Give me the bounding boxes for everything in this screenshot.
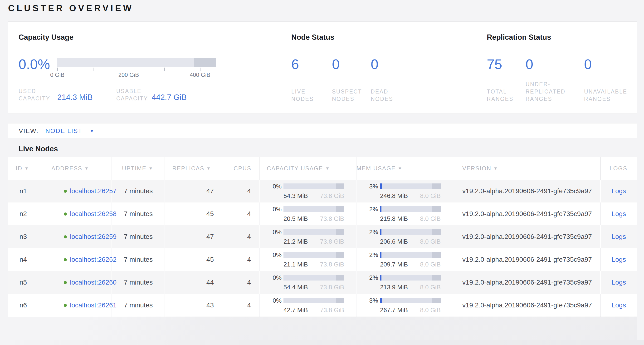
capacity-usage-cell: 0%20.5 MiB73.8 GiB	[260, 202, 356, 225]
sort-desc-icon[interactable]: ▼	[84, 166, 89, 171]
column-header-id[interactable]: ID▼	[8, 157, 41, 180]
view-dropdown[interactable]: NODE LIST ▼	[46, 127, 95, 134]
capacity-used-percent: 0.0%	[18, 57, 50, 71]
node-replicas-cell: 45	[165, 202, 224, 225]
node-logs-cell: Logs	[601, 294, 637, 317]
logs-link[interactable]: Logs	[612, 301, 626, 309]
capacity-stat-label: USED CAPACITY	[18, 88, 50, 102]
node-row-n2: n2localhost:262587 minutes4540%20.5 MiB7…	[8, 202, 637, 225]
node-version-cell: v19.2.0-alpha.20190606-2491-gfe735c9a97	[453, 225, 601, 248]
node-logs-cell: Logs	[601, 225, 637, 248]
capacity-usage-cell: 0%42.7 MiB73.8 GiB	[260, 294, 356, 317]
node-id: n2	[20, 210, 27, 218]
live-status-icon	[64, 235, 67, 238]
live-status-icon	[64, 212, 67, 216]
column-header-label: LOGS	[610, 165, 627, 172]
capacity-usage-cell: 0%21.2 MiB73.8 GiB	[260, 225, 356, 248]
node-address-link[interactable]: localhost:26262	[70, 256, 116, 263]
mem-usage-bar	[380, 206, 441, 212]
capacity-usage-bar	[284, 206, 344, 212]
capacity-usage-total: 73.8 GiB	[320, 261, 344, 268]
capacity-axis-tick-label: 0 GiB	[41, 72, 74, 78]
column-header-uptime[interactable]: UPTIME▼	[112, 157, 165, 180]
capacity-usage-used: 20.5 MiB	[284, 215, 308, 222]
node-cpus-cell: 4	[224, 180, 260, 202]
mem-usage-percent: 2%	[356, 228, 378, 236]
capacity-axis-tick	[129, 68, 129, 71]
capacity-usage-cell: 0%54.3 MiB73.8 GiB	[260, 180, 356, 202]
sort-desc-icon[interactable]: ▼	[148, 166, 154, 171]
sort-desc-icon[interactable]: ▼	[206, 166, 211, 171]
node-row-n6: n6localhost:262617 minutes4340%42.7 MiB7…	[8, 294, 637, 317]
node-cpus: 4	[247, 210, 251, 218]
column-header-address[interactable]: ADDRESS▼	[41, 157, 112, 180]
node-version-cell: v19.2.0-alpha.20190606-2491-gfe735c9a97	[453, 271, 601, 294]
node-address-cell: localhost:26257	[41, 180, 112, 202]
node-id: n4	[20, 256, 27, 263]
node-uptime-cell: 7 minutes	[112, 248, 165, 271]
capacity-stat-value: 442.7 GiB	[152, 93, 187, 102]
mem-usage-bar-fill	[380, 252, 382, 258]
column-header-replicas[interactable]: REPLICAS▼	[165, 157, 224, 180]
chevron-down-icon[interactable]: ▼	[90, 128, 95, 134]
logs-link[interactable]: Logs	[612, 187, 626, 195]
node-address-link[interactable]: localhost:26257	[70, 187, 116, 195]
capacity-usage-bar-reserved	[336, 183, 344, 189]
node-replicas: 47	[206, 187, 214, 195]
node-status-stat-label: LIVE NODES	[291, 88, 314, 103]
view-dropdown-value[interactable]: NODE LIST	[46, 127, 82, 134]
capacity-axis-tick	[164, 68, 165, 71]
node-id: n5	[20, 279, 27, 286]
capacity-usage-bar-reserved	[336, 206, 344, 212]
column-header-label: ADDRESS	[51, 165, 82, 172]
mem-usage-bar-reserved	[432, 206, 441, 212]
mem-usage-cell: 3%246.8 MiB8.0 GiB	[356, 180, 453, 202]
logs-link[interactable]: Logs	[612, 256, 626, 263]
sort-desc-icon[interactable]: ▼	[398, 166, 402, 171]
replication-stat-label: UNAVAILABLE RANGES	[584, 88, 627, 103]
logs-link[interactable]: Logs	[612, 233, 626, 240]
sort-desc-icon[interactable]: ▼	[24, 166, 29, 171]
capacity-axis-tick	[57, 68, 58, 71]
column-header-mem-usage[interactable]: MEM USAGE▼	[356, 157, 453, 180]
mem-usage-bar-fill	[380, 183, 382, 189]
capacity-usage-percent: 0%	[260, 183, 282, 190]
column-header-capacity-usage[interactable]: CAPACITY USAGE▼	[260, 157, 356, 180]
node-address-link[interactable]: localhost:26261	[70, 301, 116, 309]
live-status-icon	[64, 190, 67, 193]
sort-desc-icon[interactable]: ▼	[325, 166, 330, 171]
node-address-link[interactable]: localhost:26259	[70, 233, 116, 240]
node-uptime: 7 minutes	[124, 279, 153, 286]
logs-link[interactable]: Logs	[612, 210, 626, 218]
mem-usage-cell: 2%215.8 MiB8.0 GiB	[356, 202, 453, 225]
capacity-usage-cell: 0%21.1 MiB73.8 GiB	[260, 248, 356, 271]
capacity-usage-percent: 0%	[260, 228, 282, 236]
mem-usage-percent: 3%	[356, 297, 378, 304]
logs-link[interactable]: Logs	[612, 279, 626, 286]
bottom-strip	[0, 340, 644, 345]
node-cpus-cell: 4	[224, 294, 260, 317]
node-version-cell: v19.2.0-alpha.20190606-2491-gfe735c9a97	[453, 294, 601, 317]
node-status-stat-value: 0	[332, 57, 340, 71]
replication-stat-value: 75	[487, 57, 502, 71]
replication-stat-label: UNDER- REPLICATED RANGES	[526, 81, 566, 103]
capacity-axis-tick-label: 400 GiB	[183, 72, 217, 78]
mem-usage-bar-fill	[380, 206, 382, 212]
capacity-usage-bar	[284, 275, 344, 280]
capacity-usage-total: 73.8 GiB	[320, 192, 344, 200]
column-header-version[interactable]: VERSION▼	[453, 157, 601, 180]
node-status-stat-value: 0	[371, 57, 378, 71]
sort-desc-icon[interactable]: ▼	[493, 166, 498, 171]
capacity-usage-used: 42.7 MiB	[284, 306, 308, 314]
live-status-icon	[64, 258, 67, 261]
mem-usage-bar	[380, 298, 441, 303]
mem-usage-cell: 2%209.7 MiB8.0 GiB	[356, 248, 453, 271]
capacity-stat-label: USABLE CAPACITY	[116, 88, 148, 102]
mem-usage-used: 215.8 MiB	[380, 215, 408, 222]
replication-status-title: Replication Status	[487, 33, 551, 42]
mem-usage-cell: 2%213.9 MiB8.0 GiB	[356, 271, 453, 294]
capacity-usage-total: 73.8 GiB	[320, 306, 344, 314]
node-address-link[interactable]: localhost:26258	[70, 210, 116, 218]
mem-usage-cell: 3%267.7 MiB8.0 GiB	[356, 294, 453, 317]
node-address-link[interactable]: localhost:26260	[70, 279, 116, 286]
